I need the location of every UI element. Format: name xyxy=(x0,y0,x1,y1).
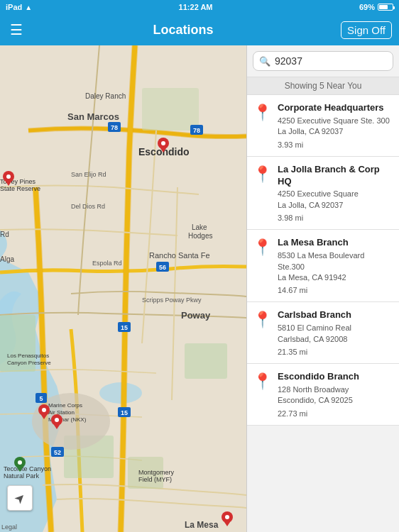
svg-rect-3 xyxy=(142,88,199,131)
map-area[interactable]: 78 78 15 15 5 56 52 San Marcos Escondido xyxy=(0,45,246,532)
location-item[interactable]: 📍 La Mesa Branch 8530 La Mesa Boulevard … xyxy=(247,230,399,302)
location-address: 5810 El Camino RealCarlsbad, CA 92008 xyxy=(278,323,393,345)
svg-point-52 xyxy=(161,141,165,145)
svg-text:State Reserve: State Reserve xyxy=(0,185,40,192)
svg-point-55 xyxy=(42,408,46,412)
location-info: Corporate Headquarters 4250 Executive Sq… xyxy=(278,102,393,149)
right-panel: 🔍 Showing 5 Near You 📍 Corporate Headqua… xyxy=(246,45,399,532)
svg-text:Lake: Lake xyxy=(192,223,207,231)
location-pin-icon: 📍 xyxy=(253,311,272,329)
svg-text:Poway: Poway xyxy=(181,310,211,321)
svg-text:Canyon Preserve: Canyon Preserve xyxy=(7,360,51,366)
search-input[interactable] xyxy=(275,55,387,67)
location-info: Escondido Branch 128 North BroadwayEscon… xyxy=(278,371,393,418)
svg-text:56: 56 xyxy=(159,264,166,271)
search-icon: 🔍 xyxy=(259,56,270,67)
location-info: La Jolla Branch & Corp HQ 4250 Executive… xyxy=(278,164,393,223)
location-info: Carlsbad Branch 5810 El Camino RealCarls… xyxy=(278,309,393,356)
location-item[interactable]: 📍 Corporate Headquarters 4250 Executive … xyxy=(247,95,399,157)
location-distance: 3.98 mi xyxy=(278,214,393,222)
location-pin-icon: 📍 xyxy=(253,165,272,184)
location-item[interactable]: 📍 Escondido Branch 128 North BroadwayEsc… xyxy=(247,364,399,426)
svg-text:Montgomery: Montgomery xyxy=(138,469,175,476)
location-info: La Mesa Branch 8530 La Mesa Boulevard St… xyxy=(278,237,393,294)
status-left: iPad ▲ xyxy=(6,3,32,11)
svg-text:52: 52 xyxy=(54,449,61,456)
location-name: La Jolla Branch & Corp HQ xyxy=(278,164,393,188)
location-list: 📍 Corporate Headquarters 4250 Executive … xyxy=(247,95,399,532)
location-distance: 21.35 mi xyxy=(278,348,393,356)
svg-text:La Mesa: La Mesa xyxy=(185,520,219,530)
svg-text:Hodges: Hodges xyxy=(188,232,212,240)
location-pin-icon: 📍 xyxy=(253,372,272,391)
location-item[interactable]: 📍 La Jolla Branch & Corp HQ 4250 Executi… xyxy=(247,157,399,231)
svg-text:Del Dios Rd: Del Dios Rd xyxy=(71,203,105,210)
status-bar: iPad ▲ 11:22 AM 69% xyxy=(0,0,399,14)
main-content: 78 78 15 15 5 56 52 San Marcos Escondido xyxy=(0,45,399,532)
svg-text:Rd: Rd xyxy=(0,231,9,238)
location-name: La Mesa Branch xyxy=(278,237,393,249)
location-distance: 22.73 mi xyxy=(278,409,393,418)
svg-text:Espola Rd: Espola Rd xyxy=(92,260,122,267)
svg-text:San Elijo Rd: San Elijo Rd xyxy=(71,171,106,178)
battery-icon xyxy=(378,4,393,11)
map-svg: 78 78 15 15 5 56 52 San Marcos Escondido xyxy=(0,45,246,532)
carrier-label: iPad xyxy=(6,3,22,11)
svg-text:Alga: Alga xyxy=(0,255,14,263)
svg-text:15: 15 xyxy=(121,324,128,331)
svg-text:Marine Corps: Marine Corps xyxy=(48,402,82,409)
svg-text:78: 78 xyxy=(111,124,118,131)
legal-text: Legal xyxy=(1,523,17,531)
showing-bar: Showing 5 Near You xyxy=(247,77,399,95)
svg-text:Daley Ranch: Daley Ranch xyxy=(85,92,126,100)
location-name: Corporate Headquarters xyxy=(278,102,393,114)
svg-text:San Marcos: San Marcos xyxy=(67,111,119,122)
location-address: 4250 Executive Square Ste. 300La Jolla, … xyxy=(278,116,393,138)
svg-text:15: 15 xyxy=(121,409,128,416)
location-address: 8530 La Mesa Boulevard Ste.300La Mesa, C… xyxy=(278,250,393,283)
location-item[interactable]: 📍 Carlsbad Branch 5810 El Camino RealCar… xyxy=(247,302,399,364)
svg-text:Air Station: Air Station xyxy=(48,409,75,416)
location-distance: 3.93 mi xyxy=(278,140,393,149)
menu-button[interactable]: ☰ xyxy=(7,18,26,41)
location-distance: 14.67 mi xyxy=(278,286,393,294)
compass-button[interactable]: ➤ xyxy=(7,485,33,511)
search-container: 🔍 xyxy=(247,45,399,77)
location-address: 128 North BroadwayEscondido, CA 92025 xyxy=(278,384,393,406)
svg-rect-4 xyxy=(185,343,227,379)
svg-point-61 xyxy=(18,460,22,465)
location-pin-icon: 📍 xyxy=(253,104,272,122)
svg-text:Rancho Santa Fe: Rancho Santa Fe xyxy=(149,251,210,260)
showing-label: Showing 5 Near You xyxy=(285,81,362,91)
svg-point-49 xyxy=(6,174,11,179)
page-title: Locations xyxy=(153,23,214,38)
nav-bar: ☰ Locations Sign Off xyxy=(0,14,399,45)
status-right: 69% xyxy=(359,3,393,11)
svg-point-58 xyxy=(55,418,59,422)
battery-label: 69% xyxy=(359,3,375,11)
time-label: 11:22 AM xyxy=(179,3,213,11)
location-name: Carlsbad Branch xyxy=(278,309,393,321)
svg-text:78: 78 xyxy=(193,127,200,134)
sign-off-button[interactable]: Sign Off xyxy=(341,21,392,39)
svg-text:Field (MYF): Field (MYF) xyxy=(138,476,172,483)
svg-text:Los Penasquitos: Los Penasquitos xyxy=(7,353,49,359)
compass-icon: ➤ xyxy=(11,489,29,507)
svg-text:Natural Park: Natural Park xyxy=(4,472,40,480)
search-box: 🔍 xyxy=(253,51,393,71)
location-pin-icon: 📍 xyxy=(253,238,272,257)
svg-text:Scripps Poway Pkwy: Scripps Poway Pkwy xyxy=(142,297,202,304)
svg-text:5: 5 xyxy=(39,395,43,402)
svg-text:Tecolote Canyon: Tecolote Canyon xyxy=(4,465,51,472)
location-name: Escondido Branch xyxy=(278,371,393,383)
location-address: 4250 Executive SquareLa Jolla, CA 92037 xyxy=(278,189,393,211)
svg-point-64 xyxy=(225,515,229,519)
wifi-icon: ▲ xyxy=(25,4,32,11)
